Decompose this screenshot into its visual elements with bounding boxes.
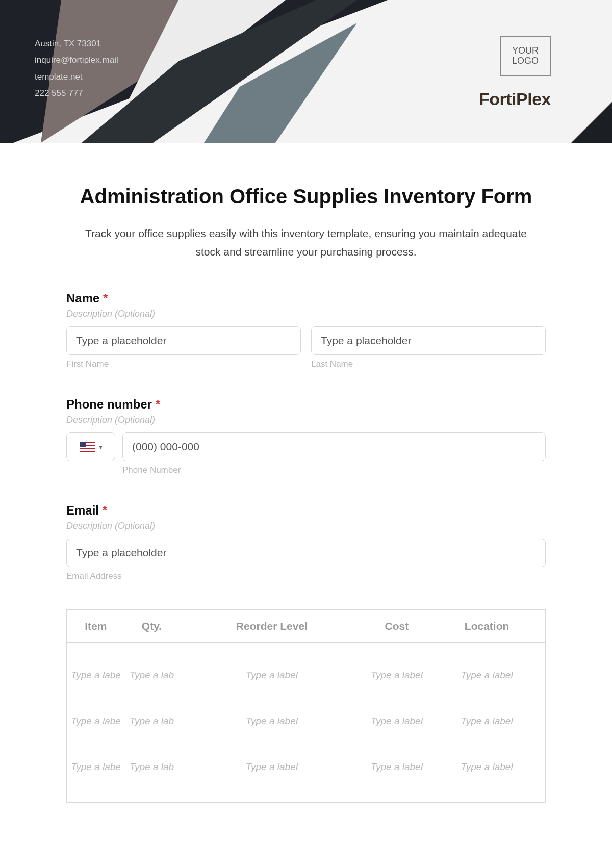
contact-email: inquire@fortiplex.mail xyxy=(35,52,118,68)
contact-address: Austin, TX 73301 xyxy=(35,36,118,52)
email-input[interactable] xyxy=(66,539,546,567)
phone-number-input[interactable] xyxy=(122,432,546,461)
logo-placeholder: YOUR LOGO xyxy=(500,36,551,76)
phone-field-group: Phone number * Description (Optional) ▾ … xyxy=(66,397,546,475)
required-mark: * xyxy=(156,397,160,411)
required-mark: * xyxy=(103,503,107,517)
first-name-sublabel: First Name xyxy=(66,359,301,369)
table-cell-input[interactable] xyxy=(178,761,365,780)
email-desc: Description (Optional) xyxy=(66,521,546,531)
email-label: Email * xyxy=(66,503,546,518)
table-cell-input[interactable] xyxy=(428,716,545,734)
table-cell xyxy=(428,688,546,734)
form-subtitle: Track your office supplies easily with t… xyxy=(66,224,546,261)
table-cell xyxy=(428,734,546,780)
last-name-input[interactable] xyxy=(311,326,546,355)
brand-name: FortiPlex xyxy=(479,89,551,109)
table-cell-input[interactable] xyxy=(365,716,428,734)
table-cell xyxy=(67,734,125,780)
table-row xyxy=(67,688,546,734)
table-cell xyxy=(125,688,178,734)
form-title: Administration Office Supplies Inventory… xyxy=(66,184,546,209)
table-cell xyxy=(67,688,125,734)
table-header-row: Item Qty. Reorder Level Cost Location xyxy=(67,610,546,643)
chevron-down-icon: ▾ xyxy=(99,443,103,451)
table-cell xyxy=(428,643,546,688)
us-flag-icon xyxy=(80,442,95,452)
table-cell-input[interactable] xyxy=(428,670,545,688)
last-name-sublabel: Last Name xyxy=(311,359,546,369)
table-cell xyxy=(125,643,178,688)
contact-website: template.net xyxy=(35,69,118,85)
phone-sublabel: Phone Number xyxy=(122,465,546,475)
name-label-text: Name xyxy=(66,291,99,305)
table-cell-input[interactable] xyxy=(67,761,125,780)
th-cost: Cost xyxy=(365,610,428,643)
table-cell xyxy=(178,643,365,688)
table-cell xyxy=(178,780,365,803)
name-field-group: Name * Description (Optional) First Name… xyxy=(66,291,546,369)
table-cell-input[interactable] xyxy=(428,761,545,780)
table-cell-input[interactable] xyxy=(125,716,178,734)
table-cell xyxy=(125,780,178,803)
phone-desc: Description (Optional) xyxy=(66,415,546,425)
table-cell xyxy=(67,643,125,688)
svg-marker-5 xyxy=(571,102,612,143)
table-cell-input[interactable] xyxy=(365,761,428,780)
phone-label: Phone number * xyxy=(66,397,546,412)
table-cell xyxy=(178,688,365,734)
th-qty: Qty. xyxy=(125,610,178,643)
form-content: Administration Office Supplies Inventory… xyxy=(0,143,612,803)
contact-info: Austin, TX 73301 inquire@fortiplex.mail … xyxy=(35,36,118,101)
table-cell xyxy=(125,734,178,780)
name-desc: Description (Optional) xyxy=(66,309,546,319)
table-row xyxy=(67,780,546,803)
phone-label-text: Phone number xyxy=(66,397,152,411)
th-location: Location xyxy=(428,610,546,643)
table-cell xyxy=(67,780,125,803)
table-row xyxy=(67,643,546,688)
logo-text: YOUR LOGO xyxy=(501,46,550,66)
required-mark: * xyxy=(103,291,108,305)
header-banner: Austin, TX 73301 inquire@fortiplex.mail … xyxy=(0,0,612,143)
page: Austin, TX 73301 inquire@fortiplex.mail … xyxy=(0,0,612,868)
email-label-text: Email xyxy=(66,503,99,517)
table-cell-input[interactable] xyxy=(125,670,178,688)
table-cell xyxy=(365,688,428,734)
country-code-select[interactable]: ▾ xyxy=(66,432,115,461)
table-cell xyxy=(365,780,428,803)
table-cell xyxy=(428,780,546,803)
table-cell xyxy=(178,734,365,780)
email-field-group: Email * Description (Optional) Email Add… xyxy=(66,503,546,581)
contact-phone: 222 555 777 xyxy=(35,85,118,101)
email-sublabel: Email Address xyxy=(66,571,546,581)
table-cell-input[interactable] xyxy=(178,670,365,688)
table-cell-input[interactable] xyxy=(67,670,125,688)
first-name-input[interactable] xyxy=(66,326,301,355)
name-label: Name * xyxy=(66,291,546,305)
table-cell-input[interactable] xyxy=(178,716,365,734)
table-cell-input[interactable] xyxy=(125,761,178,780)
table-row xyxy=(67,734,546,780)
table-cell xyxy=(365,643,428,688)
table-cell-input[interactable] xyxy=(365,670,428,688)
table-cell xyxy=(365,734,428,780)
th-reorder: Reorder Level xyxy=(178,610,365,643)
th-item: Item xyxy=(67,610,125,643)
inventory-table: Item Qty. Reorder Level Cost Location xyxy=(66,609,546,803)
table-cell-input[interactable] xyxy=(67,716,125,734)
